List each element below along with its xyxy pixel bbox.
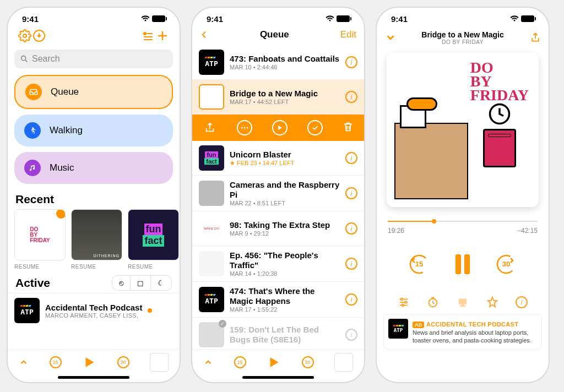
view-mode-toggle[interactable]: ⎋ ◻ ☾ xyxy=(112,275,172,291)
episode-meta: ★ FEB 23 • 14:47 LEFT xyxy=(230,160,340,167)
episode-cover: funfact xyxy=(199,145,224,171)
episode-row[interactable]: Cameras and the Raspberry PiMAR 22 • 8:5… xyxy=(192,176,364,211)
episodes-list[interactable]: ATP 473: Fanboats and CoattailsMAR 10 • … xyxy=(192,45,364,349)
status-indicators xyxy=(326,15,350,22)
back-button[interactable] xyxy=(200,29,209,41)
play-icon[interactable] xyxy=(272,120,288,135)
add-icon[interactable] xyxy=(155,29,170,43)
search-placeholder: Search xyxy=(32,54,60,64)
info-icon[interactable]: i xyxy=(345,329,357,341)
episode-row[interactable]: ATP 473: Fanboats and CoattailsMAR 10 • … xyxy=(192,45,364,80)
episode-row[interactable]: funfact Unicorn Blaster★ FEB 23 • 14:47 … xyxy=(192,141,364,176)
scrubber[interactable] xyxy=(388,218,538,225)
now-playing-thumb[interactable] xyxy=(150,353,169,372)
info-icon[interactable]: i xyxy=(345,56,357,68)
wifi-icon xyxy=(141,15,150,22)
playlist-music[interactable]: Music xyxy=(14,152,173,184)
info-icon[interactable]: i xyxy=(345,152,357,164)
skip-back-icon[interactable]: 15 xyxy=(50,356,62,368)
view-grid-icon[interactable]: ◻ xyxy=(130,276,151,290)
playlist-queue[interactable]: Queue xyxy=(14,75,173,109)
info-icon[interactable]: i xyxy=(345,258,357,270)
podcast-cover-dithering: DITHERING xyxy=(71,209,122,260)
check-icon[interactable] xyxy=(307,120,323,135)
info-icon[interactable]: i xyxy=(345,91,357,103)
sleep-timer-icon[interactable] xyxy=(427,296,439,308)
episode-title: 474: That's Where the Magic Happens xyxy=(230,286,340,306)
recent-card[interactable]: DITHERING RESUME xyxy=(71,209,122,270)
skip-fwd-button[interactable]: 30 xyxy=(495,253,517,275)
player-screen: 9:41 Bridge to a New Magic DO BY FRIDAY … xyxy=(376,7,550,383)
info-icon[interactable]: i xyxy=(345,187,357,199)
episode-title: 98: Taking The Extra Step xyxy=(230,220,340,230)
episode-row[interactable]: ATP 474: That's Where the Magic HappensM… xyxy=(192,282,364,318)
clock-icon xyxy=(488,102,511,126)
home-screen: 9:41 Search Queue Walking xyxy=(7,7,181,383)
skip-fwd-icon[interactable]: 30 xyxy=(302,356,314,368)
home-indicator[interactable] xyxy=(58,376,129,379)
search-icon xyxy=(20,55,29,63)
episode-row-selected[interactable]: Bridge to a New MagicMAR 17 • 44:52 LEFT… xyxy=(192,80,364,115)
eq-icon[interactable] xyxy=(398,296,410,308)
music-icon xyxy=(24,160,41,176)
mini-player[interactable]: 15 30 xyxy=(8,349,180,374)
status-bar: 9:41 xyxy=(192,8,364,25)
playlist-label: Music xyxy=(50,162,74,173)
downloads-icon[interactable] xyxy=(32,29,46,43)
recent-card[interactable]: DOBYFRIDAY RESUME xyxy=(14,209,66,270)
playlist-walking[interactable]: Walking xyxy=(14,115,173,146)
pause-button[interactable] xyxy=(455,254,470,274)
skip-back-icon[interactable]: 15 xyxy=(234,356,246,368)
star-icon[interactable] xyxy=(486,296,498,308)
expand-icon[interactable] xyxy=(19,357,29,367)
status-indicators xyxy=(510,15,534,22)
battery-icon xyxy=(337,15,350,22)
playlist-label: Queue xyxy=(51,86,79,97)
delete-icon[interactable] xyxy=(342,120,354,135)
episode-title: Bridge to a New Magic xyxy=(230,89,340,99)
battery-icon xyxy=(152,15,165,22)
status-bar: 9:41 xyxy=(8,8,180,25)
search-input[interactable]: Search xyxy=(14,50,173,68)
edit-button[interactable]: Edit xyxy=(340,29,356,40)
home-indicator[interactable] xyxy=(242,376,314,379)
episode-title: 159: Don't Let The Bed Bugs Bite (S8E16) xyxy=(230,325,340,345)
ad-card[interactable]: ATP ADACCIDENTAL TECH PODCAST News and b… xyxy=(383,314,542,350)
episode-meta: MAR 17 • 44:52 LEFT xyxy=(230,99,340,105)
info-icon[interactable]: i xyxy=(345,222,357,235)
episode-row[interactable]: Ep. 456: "The People's Traffic"MAR 14 • … xyxy=(192,246,364,282)
status-time: 9:41 xyxy=(207,14,223,24)
settings-icon[interactable] xyxy=(18,29,32,43)
podcast-row[interactable]: ATP Accidental Tech Podcast MARCO ARMENT… xyxy=(8,293,180,328)
now-playing-thumb[interactable] xyxy=(334,353,353,372)
airplay-icon[interactable] xyxy=(457,296,469,308)
episode-meta: MAR 14 • 1:20:38 xyxy=(230,270,340,277)
recent-card[interactable]: funfact RESUME xyxy=(128,209,179,270)
play-icon[interactable] xyxy=(267,355,281,369)
ad-cover: ATP xyxy=(388,319,408,339)
episode-title: Unicorn Blaster xyxy=(230,150,340,160)
player-title-wrap[interactable]: Bridge to a New Magic DO BY FRIDAY xyxy=(377,30,549,45)
time-row: 19:26 −42:15 xyxy=(377,227,549,235)
episode-row[interactable]: ✓ 159: Don't Let The Bed Bugs Bite (S8E1… xyxy=(192,318,364,349)
episode-meta: MAR 22 • 8:51 LEFT xyxy=(230,200,340,206)
podcast-cover-funfact: funfact xyxy=(128,209,179,260)
skip-fwd-icon[interactable]: 30 xyxy=(117,356,129,368)
info-icon[interactable]: i xyxy=(516,296,528,308)
skip-back-button[interactable]: 15 xyxy=(408,253,430,275)
view-open-icon[interactable]: ⎋ xyxy=(112,276,130,290)
playlists-edit-icon[interactable] xyxy=(141,29,155,43)
episode-row[interactable]: MAKE DO 98: Taking The Extra StepMAR 9 •… xyxy=(192,211,364,246)
share-icon[interactable] xyxy=(202,120,218,135)
walking-icon xyxy=(24,122,41,139)
view-dark-icon[interactable]: ☾ xyxy=(151,276,171,290)
more-icon[interactable] xyxy=(237,120,252,135)
mini-player[interactable]: 15 30 xyxy=(192,349,364,374)
info-icon[interactable]: i xyxy=(345,293,357,306)
episode-artwork[interactable]: DOBYFRIDAY xyxy=(387,53,539,207)
player-title: Bridge to a New Magic xyxy=(377,30,549,39)
podcast-cover-dbf: DOBYFRIDAY xyxy=(14,209,66,260)
play-icon[interactable] xyxy=(82,355,96,369)
resume-label: RESUME xyxy=(128,264,179,270)
expand-icon[interactable] xyxy=(203,357,213,367)
